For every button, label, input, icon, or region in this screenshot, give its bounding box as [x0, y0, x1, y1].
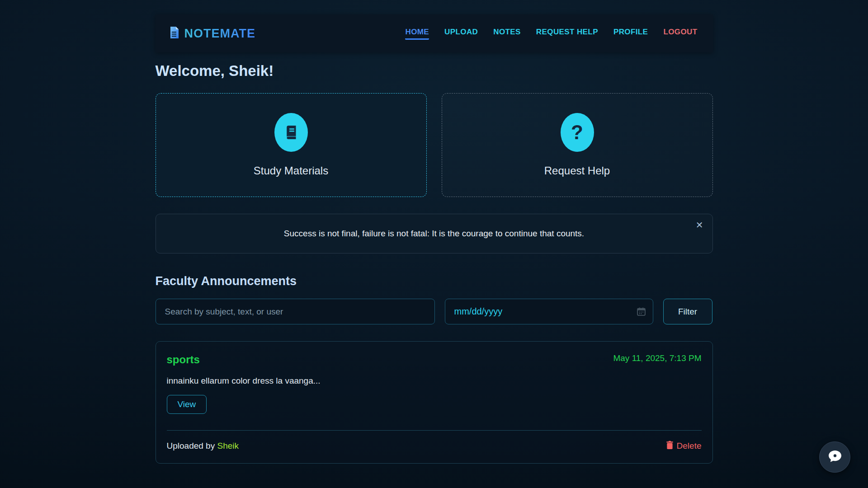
study-materials-label: Study Materials	[254, 164, 328, 177]
divider	[167, 430, 702, 431]
delete-label: Delete	[677, 441, 702, 451]
calendar-icon[interactable]	[637, 307, 646, 318]
trash-icon	[666, 441, 674, 451]
quote-text: Success is not final, failure is not fat…	[284, 229, 584, 239]
uploader-name: Sheik	[217, 441, 239, 450]
brand-name: NOTEMATE	[184, 27, 256, 41]
book-icon	[274, 113, 308, 152]
announcement-footer: Uploaded by Sheik Delete	[167, 441, 702, 451]
welcome-heading: Welcome, Sheik!	[156, 62, 713, 80]
nav-links: HOME UPLOAD NOTES REQUEST HELP PROFILE L…	[405, 28, 697, 40]
navbar: NOTEMATE HOME UPLOAD NOTES REQUEST HELP …	[156, 14, 713, 52]
announcement-subject: sports	[167, 353, 200, 366]
nav-item-request-help[interactable]: REQUEST HELP	[536, 28, 598, 40]
quick-cards: Study Materials ? Request Help	[156, 93, 713, 197]
announcements-heading: Faculty Announcements	[156, 274, 713, 288]
view-button[interactable]: View	[167, 395, 207, 414]
nav-item-profile[interactable]: PROFILE	[613, 28, 648, 40]
quote-banner: Success is not final, failure is not fat…	[156, 214, 713, 253]
announcement-filters: Filter	[156, 299, 713, 324]
request-help-card[interactable]: ? Request Help	[442, 93, 713, 197]
search-input[interactable]	[156, 299, 435, 324]
close-icon[interactable]: ✕	[696, 221, 703, 230]
date-input[interactable]	[445, 299, 653, 324]
request-help-label: Request Help	[544, 164, 610, 177]
nav-item-home[interactable]: HOME	[405, 28, 429, 40]
chat-widget-button[interactable]	[819, 441, 850, 473]
question-glyph: ?	[571, 122, 583, 142]
filter-button[interactable]: Filter	[663, 299, 712, 324]
announcement-header: sports May 11, 2025, 7:13 PM	[167, 353, 702, 366]
delete-button[interactable]: Delete	[666, 441, 702, 451]
document-icon	[169, 26, 180, 41]
brand[interactable]: NOTEMATE	[169, 26, 256, 41]
announcement-timestamp: May 11, 2025, 7:13 PM	[613, 353, 701, 363]
uploaded-by: Uploaded by Sheik	[167, 441, 239, 451]
announcement-card: sports May 11, 2025, 7:13 PM innainku el…	[156, 341, 713, 464]
question-icon: ?	[561, 113, 594, 152]
nav-item-notes[interactable]: NOTES	[493, 28, 521, 40]
study-materials-card[interactable]: Study Materials	[156, 93, 427, 197]
date-field	[445, 299, 653, 324]
nav-item-upload[interactable]: UPLOAD	[444, 28, 478, 40]
announcement-preview-text: innainku ellarum color dress la vaanga..…	[167, 376, 702, 386]
uploaded-by-label: Uploaded by	[167, 441, 215, 450]
nav-item-logout[interactable]: LOGOUT	[663, 28, 697, 40]
chat-icon	[827, 449, 843, 465]
